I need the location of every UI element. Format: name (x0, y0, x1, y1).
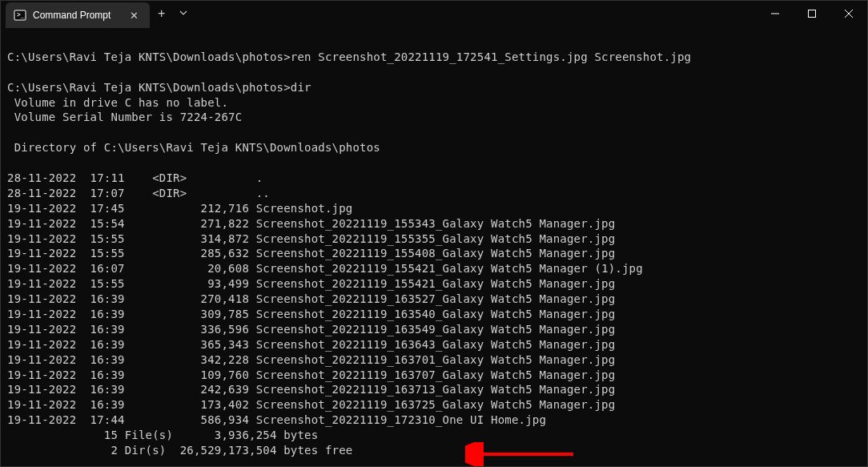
titlebar: >_ Command Prompt ✕ + (1, 1, 867, 26)
svg-rect-3 (809, 10, 816, 18)
close-button[interactable] (830, 1, 867, 26)
terminal-output[interactable]: C:\Users\Ravi Teja KNTS\Downloads\photos… (1, 26, 867, 467)
titlebar-left: >_ Command Prompt ✕ + (1, 1, 194, 26)
tab-title: Command Prompt (33, 10, 120, 21)
maximize-button[interactable] (794, 1, 830, 26)
svg-text:>_: >_ (17, 11, 25, 18)
tab-command-prompt[interactable]: >_ Command Prompt ✕ (6, 2, 150, 28)
cmd-icon: >_ (14, 9, 26, 22)
minimize-button[interactable] (757, 1, 794, 26)
tab-close-button[interactable]: ✕ (127, 10, 142, 22)
tab-dropdown-button[interactable] (173, 9, 194, 18)
new-tab-button[interactable]: + (150, 6, 173, 21)
window-controls (757, 1, 867, 26)
